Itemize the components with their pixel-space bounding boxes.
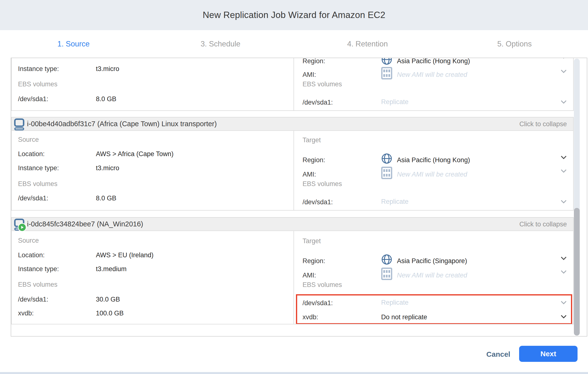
chevron-down-icon [561,170,566,173]
source-section: Source Location:AWS > Africa (Cape Town)… [12,131,294,210]
target-section: Target Region:Asia Pacific (Hong Kong) A… [294,131,573,210]
step-options[interactable]: 5. Options [441,30,588,58]
next-button[interactable]: Next [519,346,578,362]
source-heading: Source [18,136,294,143]
ebs-volumes-heading: EBS volumes [303,281,573,289]
instance-title: i-00be4d40adb6f31c7 (Africa (Cape Town) … [27,120,217,128]
instance-type-line: Instance type:t3.micro [18,164,294,172]
location-line: Location:AWS > Africa (Cape Town) [18,150,294,157]
volume-mode-dropdown[interactable]: /dev/sda1:Replicate [303,98,573,106]
chevron-down-icon [561,257,566,260]
globe-icon [381,254,392,267]
target-section: Region:Asia Pacific (Hong Kong) AMI:New … [294,58,573,111]
ebs-volumes-heading: EBS volumes [18,281,294,288]
chevron-down-icon [561,315,566,319]
instance-row-header[interactable]: i-00be4d40adb6f31c7 (Africa (Cape Town) … [12,117,573,131]
source-section: Source Location:AWS > EU (Ireland) Insta… [12,231,294,324]
page-title: New Replication Job Wizard for Amazon EC… [203,10,386,20]
ebs-volumes-heading: EBS volumes [303,80,573,88]
volume-mode-dropdown[interactable]: xvdb:Do not replicate [303,313,573,321]
globe-icon [381,58,392,67]
scrollbar-thumb[interactable] [574,208,580,336]
ami-grid-icon [381,167,392,181]
volume-mode-dropdown[interactable]: /dev/sda1:Replicate [303,299,573,306]
ami-grid-icon [381,67,392,81]
instance-title: i-0dc845fc34824bee7 (NA_Win2016) [27,220,143,228]
instance-row-partial: Instance type:t3.micro EBS volumes /dev/… [11,58,574,111]
collapse-hint: Click to collapse [519,218,567,231]
chevron-down-icon [561,58,566,59]
target-heading: Target [303,136,573,144]
step-schedule[interactable]: 3. Schedule [147,30,294,58]
running-badge-icon [18,223,27,232]
volume-size-line: /dev/sda1:8.0 GB [18,194,294,202]
ebs-volumes-heading: EBS volumes [18,180,294,188]
chevron-down-icon [561,301,566,304]
region-dropdown[interactable]: Region:Asia Pacific (Hong Kong) [303,58,573,62]
chevron-down-icon [561,200,566,203]
wizard-steps: 1. Source 2. Destination 3. Schedule 4. … [0,30,588,58]
region-dropdown[interactable]: Region:Asia Pacific (Hong Kong) [303,153,573,161]
computer-icon [14,118,25,131]
region-dropdown[interactable]: Region:Asia Pacific (Singapore) [303,254,573,262]
ami-dropdown[interactable]: AMI:New AMI will be created [303,268,573,276]
ebs-volumes-heading: EBS volumes [18,80,294,88]
volume-size-line: /dev/sda1:8.0 GB [18,95,294,102]
step-retention[interactable]: 4. Retention [294,30,441,58]
instance-row: i-00be4d40adb6f31c7 (Africa (Cape Town) … [11,117,574,211]
location-line: Location:AWS > EU (Ireland) [18,251,294,259]
step-source[interactable]: 1. Source [0,30,147,58]
target-heading: Target [303,237,573,245]
bottom-strip [0,372,588,374]
chevron-down-icon [561,270,566,274]
collapse-hint: Click to collapse [519,117,567,131]
ebs-volumes-heading: EBS volumes [303,180,573,188]
source-section: Instance type:t3.micro EBS volumes /dev/… [12,58,294,111]
ami-dropdown[interactable]: AMI:New AMI will be created [303,167,573,175]
chevron-down-icon [561,156,566,159]
ami-grid-icon [381,267,392,282]
cancel-button[interactable]: Cancel [483,349,514,359]
volume-size-line: /dev/sda1:30.0 GB [18,295,294,303]
dialog-titlebar: New Replication Job Wizard for Amazon EC… [0,0,588,30]
chevron-down-icon [561,101,566,104]
volume-size-line: xvdb:100.0 GB [18,309,294,317]
volume-mode-dropdown[interactable]: /dev/sda1:Replicate [303,198,573,205]
target-section: Target Region:Asia Pacific (Singapore) A… [294,231,573,324]
ami-dropdown[interactable]: AMI:New AMI will be created [303,67,573,75]
instance-type-line: Instance type:t3.micro [18,64,294,72]
instances-panel: Instance type:t3.micro EBS volumes /dev/… [11,58,587,337]
instance-row: i-0dc845fc34824bee7 (NA_Win2016) Click t… [11,217,574,324]
globe-icon [381,153,392,166]
computer-icon [14,219,25,231]
source-heading: Source [18,237,294,244]
chevron-down-icon [561,70,566,73]
instance-row-header[interactable]: i-0dc845fc34824bee7 (NA_Win2016) Click t… [12,218,573,231]
instance-type-line: Instance type:t3.medium [18,264,294,272]
